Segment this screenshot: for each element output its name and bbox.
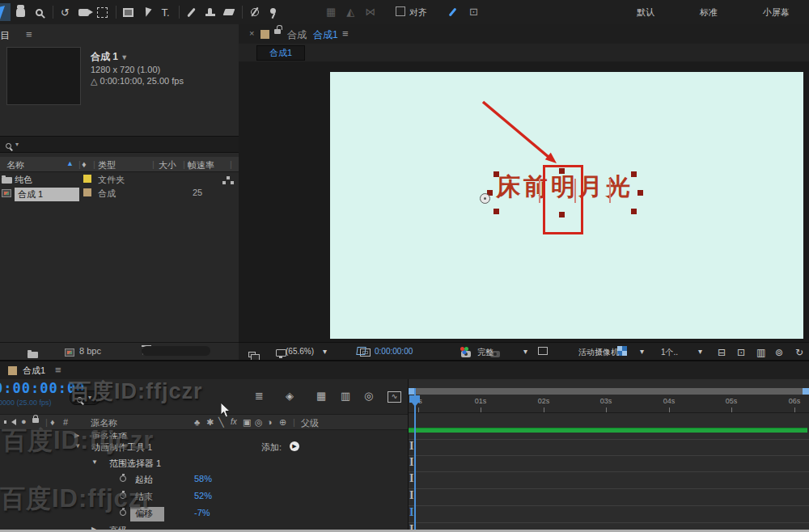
viewer-timecode[interactable]: 0:00:00:00	[375, 347, 413, 356]
view-caret-icon[interactable]: ▾	[640, 347, 644, 356]
keyframe-ibeam[interactable]: I	[409, 473, 417, 484]
quality-icon[interactable]: ✱	[206, 417, 214, 428]
timeline-tab[interactable]: 合成1	[23, 365, 45, 377]
animator-add-label[interactable]: 添加:	[261, 441, 282, 454]
mask-icon[interactable]	[356, 347, 366, 355]
timeline-prop-范围选择器 1[interactable]: ▼范围选择器 1	[0, 455, 408, 471]
adjustment-layer-icon[interactable]: ◑	[267, 417, 273, 427]
keyframe-ibeam[interactable]: I	[409, 457, 417, 468]
project-tab[interactable]: 项目	[0, 29, 10, 43]
camera-tool-icon[interactable]	[75, 3, 92, 21]
views-caret-icon[interactable]: ▾	[698, 347, 702, 356]
panel-menu-icon[interactable]: ≡	[26, 28, 32, 40]
lock-open-icon[interactable]	[274, 29, 281, 34]
snapping-icon[interactable]: ⊡	[469, 6, 478, 18]
prop-value[interactable]: 52%	[194, 491, 212, 500]
composition-marker-icon[interactable]: ♣	[194, 417, 200, 427]
work-area-end-handle[interactable]	[803, 388, 809, 395]
item-name[interactable]: 合成 1	[15, 188, 79, 201]
keyframe-ibeam[interactable]: I	[409, 441, 417, 452]
shared-view-icon[interactable]: ⊡	[737, 347, 745, 358]
motion-blur-icon[interactable]: ◎	[364, 390, 373, 402]
project-item-row[interactable]: 合成 1合成25	[0, 186, 239, 200]
comp-nav-tab[interactable]: 合成1	[256, 45, 305, 61]
resolution-caret-icon[interactable]: ▾	[523, 347, 527, 356]
axis-mode-world-icon[interactable]: ◭	[346, 6, 354, 18]
twirl-down-icon[interactable]: ▼	[91, 458, 98, 466]
search-options-caret[interactable]: ▾	[15, 141, 19, 148]
timeline-prop-高级[interactable]: ▶高级	[0, 522, 408, 530]
work-area-bar[interactable]	[409, 388, 809, 395]
timeline-menu-icon[interactable]: ≡	[55, 364, 61, 376]
viewer-active-comp[interactable]: 合成1	[313, 28, 338, 42]
rotate-tool-icon[interactable]: ↺	[57, 3, 74, 21]
zoom-tool-icon[interactable]	[31, 3, 48, 21]
channels-icon[interactable]	[460, 347, 464, 351]
animator-add-button[interactable]: ▶	[290, 441, 299, 451]
col-size[interactable]: 大小	[159, 159, 176, 171]
fast-preview-icon[interactable]: ⊚	[775, 347, 783, 358]
motion-blur-switch-icon[interactable]: ◎	[255, 417, 263, 428]
graph-editor-icon[interactable]: ∿	[388, 391, 401, 403]
close-tab-icon[interactable]: ×	[249, 28, 254, 38]
label-color-swatch[interactable]	[83, 175, 91, 183]
resolution-select[interactable]: 完整	[477, 347, 493, 358]
new-composition-icon[interactable]	[65, 348, 74, 357]
view-layout-icon[interactable]: ⊟	[718, 347, 726, 358]
3d-layer-icon[interactable]: ⊕	[279, 417, 286, 428]
project-search-bar[interactable]: ▾	[0, 136, 239, 153]
keyframe-ibeam[interactable]: I	[409, 507, 417, 518]
views-count-select[interactable]: 1个..	[661, 347, 678, 358]
layers-icon[interactable]	[248, 352, 256, 357]
eraser-tool-icon[interactable]	[220, 3, 237, 21]
fx-icon[interactable]: fx	[231, 417, 237, 426]
snapshot-icon[interactable]	[461, 351, 471, 357]
zoom-level[interactable]: (65.6%)	[286, 347, 314, 356]
lock-column-icon[interactable]	[32, 418, 39, 423]
composition-canvas[interactable]: 床前明月光	[330, 72, 803, 339]
brush-tool-icon[interactable]	[183, 3, 200, 21]
pen-tool-icon[interactable]	[138, 3, 155, 21]
prop-value[interactable]: 58%	[194, 474, 212, 483]
sort-ascending-icon[interactable]: ▲	[66, 159, 74, 167]
frame-blend-switch-icon[interactable]: ▣	[243, 417, 251, 428]
roto-brush-tool-icon[interactable]	[246, 3, 263, 21]
draft-3d-icon[interactable]: ◈	[286, 390, 294, 402]
project-item-row[interactable]: 纯色文件夹	[0, 172, 239, 186]
time-ruler[interactable]: 0s01s02s03s04s05s06s	[409, 395, 809, 413]
pixel-aspect-icon[interactable]: ▥	[756, 347, 765, 358]
layer-duration-bar[interactable]	[409, 428, 807, 433]
col-fps[interactable]: 帧速率	[188, 159, 214, 171]
playhead-handle[interactable]	[409, 395, 420, 403]
col-name[interactable]: 名称	[6, 159, 24, 171]
keyframe-ibeam[interactable]: I	[409, 490, 417, 501]
pan-behind-tool-icon[interactable]	[94, 3, 111, 21]
mini-flowchart-icon[interactable]: ≣	[255, 390, 264, 402]
motion-path-icon[interactable]	[448, 7, 456, 16]
parent-column[interactable]: 父级	[301, 417, 319, 429]
transparency-grid-icon[interactable]	[617, 346, 627, 356]
axis-mode-view-icon[interactable]: ⋈	[365, 6, 375, 18]
clone-stamp-tool-icon[interactable]	[201, 3, 218, 21]
prop-label[interactable]: 范围选择器 1	[109, 458, 161, 470]
puppet-pin-tool-icon[interactable]	[265, 3, 282, 21]
keyframe-ibeam[interactable]: I	[409, 524, 417, 530]
hand-tool-icon[interactable]	[12, 3, 29, 21]
align-checkbox[interactable]	[396, 6, 405, 16]
shape-tool-icon[interactable]	[120, 3, 137, 21]
skip-frames-icon[interactable]: ▥	[341, 390, 350, 402]
align-toggle[interactable]: 对齐	[396, 6, 427, 19]
prop-value[interactable]: -7%	[194, 508, 210, 517]
frame-blend-icon[interactable]: ▦	[316, 390, 326, 402]
workspace-小屏幕[interactable]: 小屏幕	[763, 6, 790, 19]
bit-depth-label[interactable]: 8 bpc	[79, 346, 101, 356]
col-type[interactable]: 类型	[98, 159, 116, 171]
type-tool-icon[interactable]: T.	[157, 3, 174, 21]
selection-tool-icon[interactable]	[0, 3, 11, 21]
workspace-标准[interactable]: 标准	[700, 6, 718, 19]
item-name[interactable]: 纯色	[15, 174, 32, 186]
roi-icon[interactable]	[538, 347, 548, 355]
stopwatch-icon[interactable]	[120, 475, 126, 482]
viewer-menu-icon[interactable]: ≡	[342, 27, 349, 40]
refresh-icon[interactable]: ↻	[795, 347, 803, 358]
